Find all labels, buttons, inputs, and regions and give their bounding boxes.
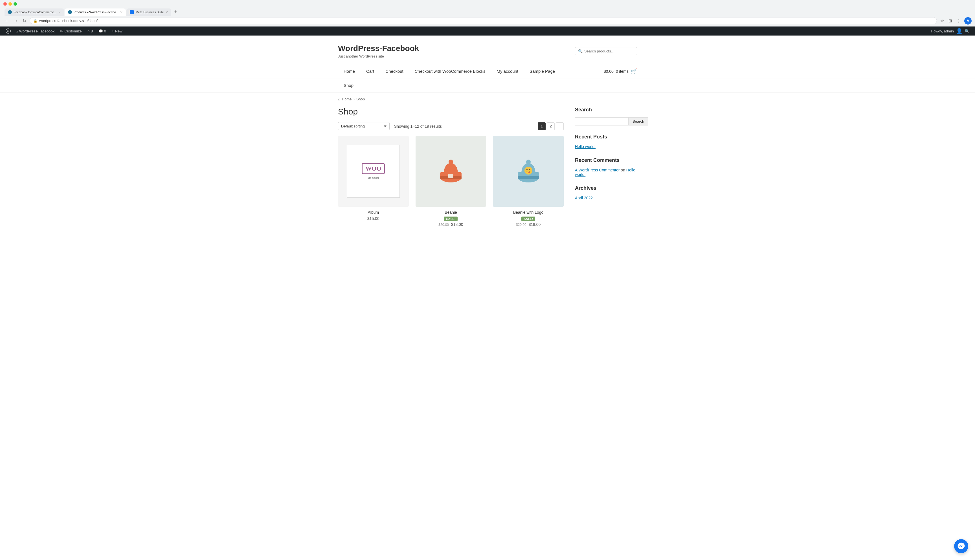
sidebar-archives: Archives April 2022 [575,185,637,200]
sidebar-recent-posts: Recent Posts Hello world! [575,134,637,149]
sidebar-recent-comments-title: Recent Comments [575,157,637,163]
nav-my-account[interactable]: My account [491,64,524,78]
browser-actions: ☆ ⊞ ⋮ A [939,17,972,25]
admin-bar-drafts[interactable]: ○ 8 [85,27,96,35]
address-bar[interactable]: 🔒 wordpress-facebook.ddev.site/shop/ [30,17,937,24]
product-price-beanie-logo: $20.00 $18.00 [493,222,564,227]
new-icon: + [112,29,114,33]
nav-shop[interactable]: Shop [338,78,359,92]
breadcrumb-current: Shop [356,97,365,101]
menu-icon[interactable]: ⋮ [955,17,962,25]
products-grid: WOO — the album — Album $15.00 [338,136,564,227]
commenter-link[interactable]: A WordPress Commenter [575,168,619,172]
results-count: Showing 1–12 of 19 results [394,124,442,128]
nav-checkout-blocks[interactable]: Checkout with WooCommerce Blocks [409,64,491,78]
tab-products[interactable]: Products – WordPress-Facebo... × [65,8,126,16]
extensions-icon[interactable]: ⊞ [947,17,953,25]
header-search[interactable]: 🔍 [575,47,637,55]
product-name-beanie-logo: Beanie with Logo [493,210,564,215]
new-tab-button[interactable]: + [172,8,180,16]
admin-new-label: New [115,29,122,33]
tab-facebook-woocommerce[interactable]: Facebook for WooCommerce... × [5,8,64,16]
browser-chrome: Facebook for WooCommerce... × Products –… [0,0,975,27]
comments-icon: 💬 [99,29,103,33]
sidebar-search-input[interactable] [575,117,628,125]
sidebar-recent-comments: Recent Comments A WordPress Commenter on… [575,157,637,177]
nav-home[interactable]: Home [338,64,361,78]
traffic-lights [3,2,17,6]
sidebar-archives-title: Archives [575,185,637,191]
product-image-album: WOO — the album — [338,136,409,207]
header-search-input[interactable] [584,49,634,53]
svg-point-10 [529,169,530,170]
tab-close-icon[interactable]: × [165,10,168,14]
search-icon[interactable]: 🔍 [962,29,972,33]
archive-april-2022[interactable]: April 2022 [575,196,637,200]
admin-bar-site[interactable]: ⌂ WordPress-Facebook [13,27,57,35]
product-album[interactable]: WOO — the album — Album $15.00 [338,136,409,227]
search-icon: 🔍 [578,49,583,53]
minimize-button[interactable] [8,2,12,6]
shop-toolbar: Default sorting Sort by popularity Sort … [338,122,564,130]
nav-cart[interactable]: Cart [361,64,380,78]
page-next-button[interactable]: › [556,122,564,130]
admin-bar-customize[interactable]: ✏ Customize [57,27,84,35]
page-2-button[interactable]: 2 [547,122,555,130]
lock-icon: 🔒 [33,19,38,23]
tab-favicon [8,10,12,14]
product-image-beanie [416,136,486,207]
breadcrumb-home[interactable]: Home [342,97,352,101]
admin-howdy: Howdy, admin [929,29,956,33]
product-beanie-logo[interactable]: Beanie with Logo SALE! $20.00 $18.00 [493,136,564,227]
admin-bar-comments[interactable]: 💬 0 [96,27,109,35]
sidebar: Search Search Recent Posts Hello world! … [575,107,637,227]
nav-links: Home Cart Checkout Checkout with WooComm… [338,64,561,78]
maximize-button[interactable] [13,2,17,6]
close-button[interactable] [3,2,7,6]
tab-meta-business[interactable]: Meta Business Suite × [126,8,171,16]
product-price-album: $15.00 [338,216,409,221]
site-title[interactable]: WordPress-Facebook [338,44,419,53]
recent-post-hello-world[interactable]: Hello world! [575,144,637,149]
forward-button[interactable]: → [12,17,19,25]
reload-button[interactable]: ↻ [22,17,27,25]
sort-select[interactable]: Default sorting Sort by popularity Sort … [338,122,390,130]
on-text: on [621,168,625,172]
sidebar-recent-posts-title: Recent Posts [575,134,637,140]
product-beanie[interactable]: Beanie SALE! $20.00 $18.00 [416,136,486,227]
tab-close-icon[interactable]: × [58,10,61,14]
sidebar-search-button[interactable]: Search [628,117,648,125]
site-tagline: Just another WordPress site [338,54,419,58]
user-avatar[interactable]: A [964,17,972,25]
tab-close-icon[interactable]: × [120,10,122,14]
svg-point-11 [528,172,530,173]
beanie-logo-sale-price: $18.00 [529,222,541,227]
beanie-sale-price: $18.00 [451,222,463,227]
main-content: Shop Default sorting Sort by popularity … [338,107,564,227]
content-area: Shop Default sorting Sort by popularity … [332,101,643,232]
bookmark-icon[interactable]: ☆ [939,17,945,25]
tab-label: Meta Business Suite [135,10,164,14]
wp-logo[interactable] [3,27,13,35]
beanie-orange-svg [438,157,464,185]
tab-label: Facebook for WooCommerce... [13,10,57,14]
browser-titlebar [0,0,975,7]
product-name-beanie: Beanie [416,210,486,215]
site-nav-secondary: Shop [0,78,975,92]
sale-badge-beanie-logo: SALE! [521,217,535,221]
nav-checkout[interactable]: Checkout [380,64,409,78]
cart-info: $0.00 0 items 🛒 [604,68,637,75]
back-button[interactable]: ← [3,17,10,25]
beanie-original-price: $20.00 [438,223,449,227]
nav-inner: Home Cart Checkout Checkout with WooComm… [332,64,643,78]
admin-bar-new[interactable]: + New [109,27,125,35]
product-image-beanie-logo [493,136,564,207]
admin-draft-count: 8 [91,29,93,33]
sidebar-search-title: Search [575,107,637,113]
nav-sample-page[interactable]: Sample Page [524,64,561,78]
product-price-beanie: $20.00 $18.00 [416,222,486,227]
cart-icon[interactable]: 🛒 [631,68,637,75]
page-1-button[interactable]: 1 [538,122,546,130]
svg-point-9 [526,169,528,170]
site-header-wrapper: WordPress-Facebook Just another WordPres… [332,35,643,64]
